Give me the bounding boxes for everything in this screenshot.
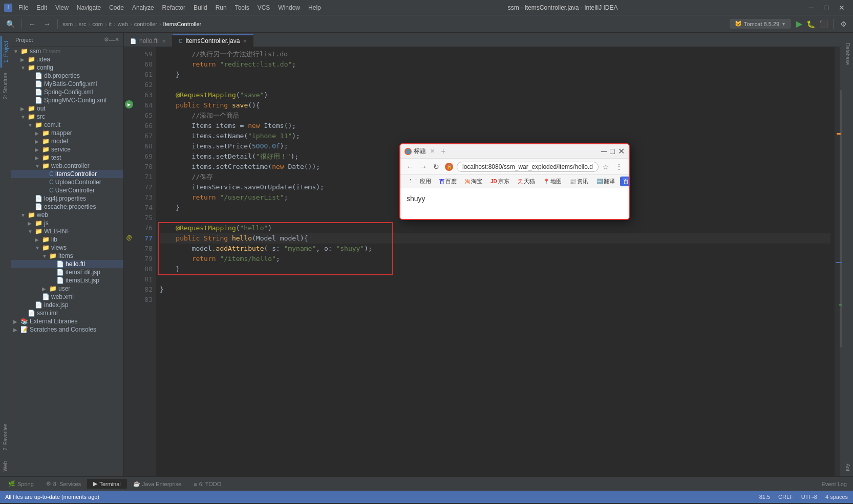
bc-web[interactable]: web xyxy=(117,21,129,27)
tree-node-itemsedit[interactable]: ▶ 📄 itemsEdit.jsp xyxy=(11,268,123,276)
bottom-tab-spring[interactable]: 🌿 Spring xyxy=(2,479,40,489)
menu-build[interactable]: Build xyxy=(194,4,207,11)
bc-it[interactable]: it xyxy=(108,21,113,27)
tree-node-mybatis[interactable]: ▶ 📄 MyBatis-Config.xml xyxy=(11,80,123,88)
tree-node-js[interactable]: ▶ 📁 js xyxy=(11,219,123,227)
tree-node-ssm[interactable]: ▼ 📁 ssm D:\ssm xyxy=(11,47,123,55)
toolbar-forward-btn[interactable]: → xyxy=(40,18,54,30)
bm-apps[interactable]: ⋮⋮ 应用 xyxy=(404,177,434,186)
menu-vcs[interactable]: VCS xyxy=(258,4,270,11)
tree-node-mapper[interactable]: ▶ 📁 mapper xyxy=(11,129,123,137)
encoding[interactable]: UTF-8 xyxy=(801,494,817,500)
menu-tools[interactable]: Tools xyxy=(235,4,249,11)
web-panel-tab[interactable]: Web xyxy=(1,456,10,476)
menu-refactor[interactable]: Refactor xyxy=(162,4,185,11)
menu-navigate[interactable]: Navigate xyxy=(77,4,101,11)
tree-node-web[interactable]: ▼ 📁 web xyxy=(11,211,123,219)
browser-close-btn[interactable]: ✕ xyxy=(618,147,625,156)
bottom-tab-terminal[interactable]: ▶ Terminal xyxy=(87,479,127,489)
structure-panel-tab[interactable]: 2: Structure xyxy=(1,68,10,104)
tree-node-src[interactable]: ▼ 📁 src xyxy=(11,113,123,121)
ant-tab[interactable]: Ant xyxy=(843,458,852,476)
tree-node-usercontroller[interactable]: ▶ C UserController xyxy=(11,186,123,194)
menu-file[interactable]: File xyxy=(18,4,28,11)
tree-node-service[interactable]: ▶ 📁 service xyxy=(11,145,123,154)
tab-itemscontroller[interactable]: C ItemsController.java ✕ xyxy=(173,34,253,47)
tree-node-views[interactable]: ▼ 📁 views xyxy=(11,244,123,252)
bc-itemscontroller[interactable]: ItemsController xyxy=(162,21,203,27)
menu-edit[interactable]: Edit xyxy=(36,4,47,11)
tree-collapse-btn[interactable]: — xyxy=(109,37,115,43)
scroll-thumb[interactable] xyxy=(840,90,842,347)
browser-minimize-btn[interactable]: ─ xyxy=(601,147,607,156)
bc-ssm[interactable]: ssm xyxy=(61,21,74,27)
tree-node-helloftl[interactable]: ▶ 📄 hello.ftl xyxy=(11,260,123,268)
bm-baidusearch[interactable]: 百度一下，你就知道 xyxy=(620,177,629,186)
bm-baidu[interactable]: 百 百度 xyxy=(436,177,460,186)
bottom-tab-javaee[interactable]: ☕ Java Enterprise xyxy=(127,479,187,489)
bc-com[interactable]: com xyxy=(91,21,104,27)
tree-node-springmvc[interactable]: ▶ 📄 SpringMVC-Config.xml xyxy=(11,96,123,104)
tab-helloftl[interactable]: 📄 hello.ftl ✕ xyxy=(124,35,173,47)
browser-forward-btn[interactable]: → xyxy=(418,162,429,172)
tree-node-scratches[interactable]: ▶ 📝 Scratches and Consoles xyxy=(11,325,123,334)
menu-help[interactable]: Help xyxy=(308,4,321,11)
close-button[interactable]: ✕ xyxy=(835,3,849,13)
tree-node-webxml[interactable]: ▶ 📄 web.xml xyxy=(11,293,123,301)
tree-node-model[interactable]: ▶ 📁 model xyxy=(11,137,123,145)
tree-node-uploadcontroller[interactable]: ▶ C UploadController xyxy=(11,178,123,186)
browser-maximize-btn[interactable]: □ xyxy=(610,147,615,156)
bm-jd[interactable]: JD 京东 xyxy=(487,177,513,186)
tree-node-webcontroller[interactable]: ▼ 📁 web.controller xyxy=(11,162,123,170)
tree-node-db[interactable]: ▶ 📄 db.properties xyxy=(11,72,123,80)
tree-node-extlibs[interactable]: ▶ 📚 External Libraries xyxy=(11,317,123,325)
bm-map[interactable]: 📍 地图 xyxy=(540,177,565,186)
tree-node-indexjsp[interactable]: ▶ 📄 index.jsp xyxy=(11,301,123,309)
line-ending[interactable]: CRLF xyxy=(778,494,793,500)
stop-btn[interactable]: ⬛ xyxy=(818,18,829,30)
tree-node-config[interactable]: ▼ 📁 config xyxy=(11,63,123,72)
bc-controller[interactable]: controller xyxy=(133,21,158,27)
tree-node-comit[interactable]: ▼ 📁 com.it xyxy=(11,121,123,129)
bm-tianmao[interactable]: 天 天猫 xyxy=(515,177,538,186)
tree-node-itemscontroller[interactable]: ▶ C ItemsController xyxy=(11,170,123,178)
toolbar-back-btn[interactable]: ← xyxy=(26,18,39,30)
url-bar[interactable] xyxy=(457,162,599,172)
settings-btn[interactable]: ⚙ xyxy=(837,18,850,30)
favorites-panel-tab[interactable]: 2: Favorites xyxy=(1,419,10,455)
debug-btn[interactable]: 🐛 xyxy=(805,18,817,30)
tree-node-lib[interactable]: ▶ 📁 lib xyxy=(11,235,123,244)
tree-node-itemslist[interactable]: ▶ 📄 itemsList.jsp xyxy=(11,276,123,284)
bm-taobao[interactable]: 淘 淘宝 xyxy=(462,177,485,186)
browser-star-btn[interactable]: ☆ xyxy=(601,162,611,172)
bottom-tab-services[interactable]: ⚙ 8: Services xyxy=(40,479,87,489)
tree-node-user[interactable]: ▶ 📁 user xyxy=(11,284,123,293)
tree-node-ssmiml[interactable]: ▶ 📄 ssm.iml xyxy=(11,309,123,317)
run-btn[interactable]: ▶ xyxy=(795,18,804,30)
minimize-button[interactable]: ─ xyxy=(805,3,818,13)
tree-node-test[interactable]: ▶ 📁 test xyxy=(11,154,123,162)
tree-node-items[interactable]: ▼ 📁 items xyxy=(11,252,123,260)
cursor-position[interactable]: 81:5 xyxy=(759,494,770,500)
toolbar-search-btn[interactable]: 🔍 xyxy=(3,18,18,30)
close-tab-btn2[interactable]: ✕ xyxy=(243,38,247,44)
browser-menu-btn[interactable]: ⋮ xyxy=(613,162,625,172)
tree-node-oscache[interactable]: ▶ 📄 oscache.properties xyxy=(11,203,123,211)
maximize-button[interactable]: □ xyxy=(820,3,833,13)
bm-news[interactable]: 📰 资讯 xyxy=(567,177,591,186)
menu-analyze[interactable]: Analyze xyxy=(132,4,154,11)
bc-src[interactable]: src xyxy=(78,21,88,27)
menu-window[interactable]: Window xyxy=(278,4,300,11)
database-tab[interactable]: Database xyxy=(843,38,852,70)
tree-node-idea[interactable]: ▶ 📁 .idea xyxy=(11,55,123,63)
tree-node-log4j[interactable]: ▶ 📄 log4j.properties xyxy=(11,194,123,203)
event-log-btn[interactable]: Event Log xyxy=(817,481,851,487)
browser-back-btn[interactable]: ← xyxy=(404,162,416,172)
tree-node-webinf[interactable]: ▼ 📁 WEB-INF xyxy=(11,227,123,235)
menu-run[interactable]: Run xyxy=(216,4,227,11)
menu-code[interactable]: Code xyxy=(109,4,124,11)
indent-setting[interactable]: 4 spaces xyxy=(825,494,848,500)
tree-settings-btn[interactable]: ⚙ xyxy=(104,36,109,43)
code-content[interactable]: //执行另一个方法进行list.do return "redirect:list… xyxy=(156,47,835,476)
tomcat-config-btn[interactable]: 🐱 Tomcat 8.5.29 ▼ xyxy=(730,19,791,29)
